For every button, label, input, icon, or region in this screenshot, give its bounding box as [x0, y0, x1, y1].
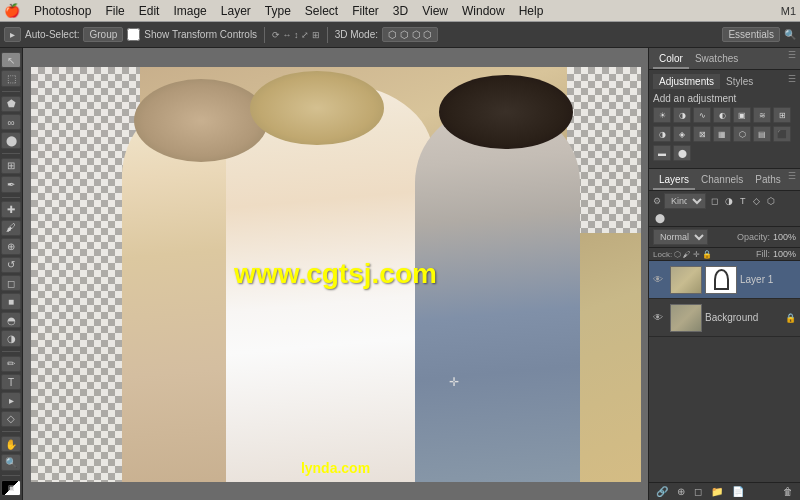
dodge-tool[interactable]: ◑ [1, 330, 21, 346]
menu-photoshop[interactable]: Photoshop [28, 3, 97, 19]
layers-tabs-row: Layers Channels Paths ☰ [649, 169, 800, 191]
gradient-map-icon[interactable]: ▬ [653, 145, 671, 161]
blur-tool[interactable]: ◓ [1, 312, 21, 328]
menu-help[interactable]: Help [513, 3, 550, 19]
filter-type-icon[interactable]: T [738, 195, 748, 207]
hsl-icon[interactable]: ≋ [753, 107, 771, 123]
layer-list: 👁 Layer 1 👁 [649, 261, 800, 482]
menu-type[interactable]: Type [259, 3, 297, 19]
lock-position-icon[interactable]: ✛ [693, 250, 700, 259]
adjustment-icons-row2: ◑ ◈ ⊠ ▦ ⬡ ▤ ⬛ [653, 126, 796, 142]
panel-menu-icon[interactable]: ☰ [788, 50, 796, 69]
menu-window[interactable]: Window [456, 3, 511, 19]
search-icon[interactable]: 🔍 [784, 29, 796, 40]
eyedropper-tool[interactable]: ✒ [1, 176, 21, 192]
show-transform-checkbox[interactable] [127, 28, 140, 41]
text-tool[interactable]: T [1, 374, 21, 390]
clone-stamp-tool[interactable]: ⊕ [1, 238, 21, 254]
tab-swatches[interactable]: Swatches [689, 50, 744, 69]
layer-visibility-icon[interactable]: 👁 [653, 312, 667, 323]
tab-layers[interactable]: Layers [653, 171, 695, 190]
canvas-document[interactable]: www.cgtsj.com lynda.com [31, 67, 641, 482]
lock-all-icon[interactable]: 🔒 [702, 250, 712, 259]
filter-kind-select[interactable]: Kind [664, 193, 706, 209]
zoom-tool[interactable]: 🔍 [1, 454, 21, 470]
layer-lock-icon: 🔒 [785, 313, 796, 323]
tab-styles[interactable]: Styles [720, 74, 759, 89]
threshold-icon[interactable]: ⬛ [773, 126, 791, 142]
new-group-btn[interactable]: 📁 [708, 485, 726, 498]
channel-mixer-icon[interactable]: ⊠ [693, 126, 711, 142]
lasso-tool[interactable]: ∞ [1, 114, 21, 130]
shape-tool[interactable]: ◇ [1, 411, 21, 427]
invert-icon[interactable]: ⬡ [733, 126, 751, 142]
layers-panel-menu[interactable]: ☰ [788, 171, 796, 190]
move-tool[interactable]: ↖ [1, 52, 21, 68]
selective-color-icon[interactable]: ⬤ [673, 145, 691, 161]
toolbar-move-tool[interactable]: ▸ [4, 27, 21, 42]
delete-layer-btn[interactable]: 🗑 [780, 485, 796, 498]
menu-3d[interactable]: 3D [387, 3, 414, 19]
auto-select-dropdown[interactable]: Group [83, 27, 123, 42]
eraser-tool[interactable]: ◻ [1, 275, 21, 291]
lock-pixels-icon[interactable]: 🖌 [683, 250, 691, 259]
tab-color[interactable]: Color [653, 50, 689, 69]
filter-adj-icon[interactable]: ◑ [723, 195, 735, 207]
add-style-btn[interactable]: ⊕ [674, 485, 688, 498]
path-select-tool[interactable]: ▸ [1, 392, 21, 408]
layer-visibility-icon[interactable]: 👁 [653, 274, 667, 285]
crop-tool[interactable]: ⊞ [1, 158, 21, 174]
color-lookup-icon[interactable]: ▦ [713, 126, 731, 142]
healing-tool[interactable]: ✚ [1, 201, 21, 217]
history-brush-tool[interactable]: ↺ [1, 257, 21, 273]
hand-tool[interactable]: ✋ [1, 436, 21, 452]
brush-tool[interactable]: 🖌 [1, 220, 21, 236]
adjustment-icons-row1: ☀ ◑ ∿ ◐ ▣ ≋ ⊞ [653, 107, 796, 123]
filter-shape-icon[interactable]: ◇ [751, 195, 762, 207]
right-panel: Color Swatches ☰ Adjustments Styles ☰ Ad… [648, 48, 800, 500]
filter-smart-icon[interactable]: ⬡ [765, 195, 777, 207]
3d-icons: ⟳ ↔ ↕ ⤢ ⊞ [272, 30, 320, 40]
menu-edit[interactable]: Edit [133, 3, 166, 19]
essentials-btn[interactable]: Essentials [722, 27, 780, 42]
artboard-tool[interactable]: ⬚ [1, 70, 21, 86]
blend-mode-select[interactable]: Normal [653, 229, 708, 245]
3d-mode-btn[interactable]: ⬡ ⬡ ⬡ ⬡ [382, 27, 438, 42]
tab-channels[interactable]: Channels [695, 171, 749, 190]
marquee-tool[interactable]: ⬟ [1, 96, 21, 112]
add-mask-btn[interactable]: ◻ [691, 485, 705, 498]
menu-select[interactable]: Select [299, 3, 344, 19]
menu-layer[interactable]: Layer [215, 3, 257, 19]
new-layer-btn[interactable]: 📄 [729, 485, 747, 498]
curves-icon[interactable]: ∿ [693, 107, 711, 123]
tab-paths[interactable]: Paths [749, 171, 787, 190]
menu-filter[interactable]: Filter [346, 3, 385, 19]
tab-adjustments[interactable]: Adjustments [653, 74, 720, 89]
photo-filter-icon[interactable]: ◈ [673, 126, 691, 142]
foreground-bg-color[interactable]: ▣ [1, 480, 21, 496]
layer-row[interactable]: 👁 Background 🔒 [649, 299, 800, 337]
link-layers-btn[interactable]: 🔗 [653, 485, 671, 498]
quick-select-tool[interactable]: ⬤ [1, 132, 21, 148]
fill-value[interactable]: 100% [773, 249, 796, 259]
levels-icon[interactable]: ◑ [673, 107, 691, 123]
exposure-icon[interactable]: ◐ [713, 107, 731, 123]
filter-toggle-icon[interactable]: ⬤ [653, 212, 667, 224]
menu-file[interactable]: File [99, 3, 130, 19]
gradient-tool[interactable]: ■ [1, 293, 21, 309]
posterize-icon[interactable]: ▤ [753, 126, 771, 142]
vibrance-icon[interactable]: ▣ [733, 107, 751, 123]
opacity-value[interactable]: 100% [773, 232, 796, 242]
color-balance-icon[interactable]: ⊞ [773, 107, 791, 123]
lock-transparent-icon[interactable]: ⬡ [674, 250, 681, 259]
brightness-contrast-icon[interactable]: ☀ [653, 107, 671, 123]
layer-row[interactable]: 👁 Layer 1 [649, 261, 800, 299]
menu-image[interactable]: Image [167, 3, 212, 19]
fill-label: Fill: [756, 249, 770, 259]
menu-view[interactable]: View [416, 3, 454, 19]
apple-logo: 🍎 [4, 3, 20, 18]
pen-tool[interactable]: ✏ [1, 356, 21, 372]
black-white-icon[interactable]: ◑ [653, 126, 671, 142]
filter-pixel-icon[interactable]: ◻ [709, 195, 720, 207]
adj-panel-menu[interactable]: ☰ [788, 74, 796, 89]
